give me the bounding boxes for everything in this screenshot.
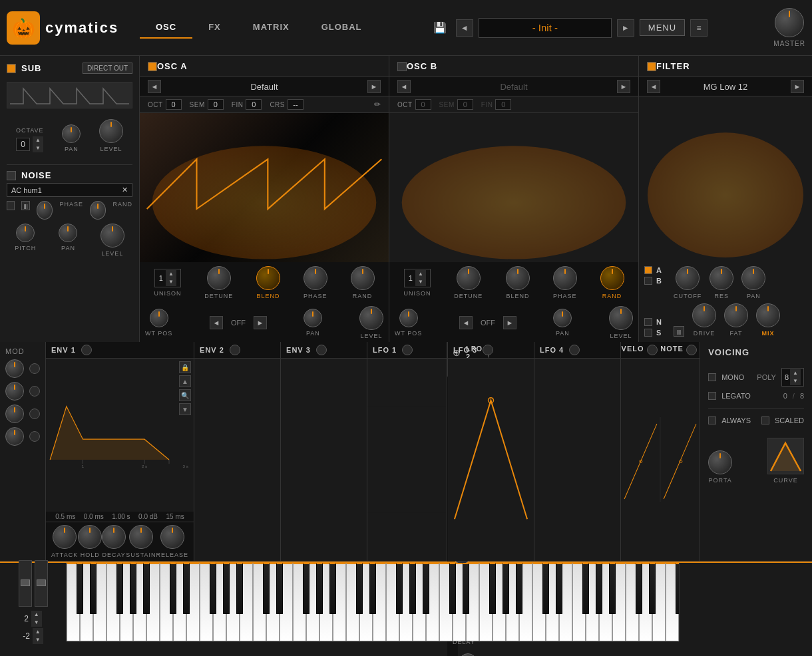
mod-btn-1[interactable] — [29, 363, 40, 374]
env1-mod-btn[interactable] — [81, 345, 92, 355]
mod-btn-3[interactable] — [29, 409, 40, 419]
menu-button[interactable]: MENU — [640, 19, 685, 36]
black-key[interactable] — [596, 563, 602, 614]
lfo1-mod-btn[interactable] — [402, 345, 413, 355]
env1-decay-knob[interactable] — [102, 525, 126, 549]
osc-a-fin-val[interactable]: 0 — [246, 99, 262, 110]
osc-b-level-knob[interactable] — [609, 306, 633, 330]
env1-down-button[interactable]: ▼ — [179, 403, 191, 415]
save-button[interactable]: 💾 — [433, 21, 447, 34]
mod-knob-3[interactable] — [5, 405, 24, 423]
noise-pitch-knob[interactable] — [16, 224, 35, 242]
lfo2-smooth-knob[interactable] — [459, 653, 477, 656]
black-key[interactable] — [582, 563, 589, 614]
filter-route-s-check[interactable] — [644, 329, 652, 337]
preset-options-button[interactable]: ≡ — [690, 19, 708, 37]
preset-name[interactable]: - Init - — [479, 18, 612, 38]
osc-b-blend-knob[interactable] — [506, 266, 530, 290]
black-key[interactable] — [556, 563, 562, 614]
filter-route-a-check[interactable] — [644, 266, 652, 274]
osc-b-unison-down[interactable]: ▼ — [415, 278, 426, 286]
voicing-scaled-check[interactable] — [761, 416, 769, 424]
black-key[interactable] — [489, 563, 496, 614]
black-key[interactable] — [369, 563, 376, 614]
osc-b-preset-prev[interactable]: ◄ — [397, 80, 411, 93]
black-key[interactable] — [223, 563, 230, 614]
black-key[interactable] — [143, 563, 150, 614]
osc-a-pan-knob[interactable] — [304, 309, 322, 327]
osc-b-wt-next[interactable]: ► — [503, 316, 516, 329]
filter-drive-knob[interactable] — [692, 303, 716, 327]
black-key[interactable] — [90, 563, 97, 614]
voicing-always-check[interactable] — [708, 416, 716, 424]
noise-wave-selector[interactable]: AC hum1 ✕ — [7, 183, 132, 197]
mod-wheel-slider[interactable] — [35, 560, 48, 607]
osc-a-sem-val[interactable]: 0 — [208, 99, 224, 110]
osc-a-unison-down[interactable]: ▼ — [166, 278, 176, 286]
black-key[interactable] — [463, 563, 469, 614]
env1-up-button[interactable]: ▲ — [179, 375, 191, 387]
black-key[interactable] — [423, 563, 429, 614]
black-key[interactable] — [676, 563, 679, 614]
voicing-poly-down[interactable]: ▼ — [790, 377, 801, 385]
osc-b-preset-next[interactable]: ► — [617, 80, 630, 93]
sub-octave-down[interactable]: ▼ — [33, 144, 43, 152]
osc-a-blend-knob[interactable] — [256, 266, 280, 290]
lfo4-mod-btn[interactable] — [569, 345, 580, 355]
tab-osc[interactable]: OSC — [140, 17, 192, 39]
env1-sustain-knob[interactable] — [129, 525, 153, 549]
env1-zoom-button[interactable]: 🔍 — [179, 389, 191, 401]
osc-a-level-knob[interactable] — [359, 306, 383, 330]
env3-mod-btn[interactable] — [316, 345, 327, 355]
black-key[interactable] — [503, 563, 509, 614]
black-key[interactable] — [116, 563, 123, 614]
osc-a-edit-button[interactable]: ✏ — [374, 100, 381, 109]
mod-knob-2[interactable] — [5, 382, 24, 401]
osc-a-unison-stepper[interactable]: 1 ▲ ▼ — [154, 269, 181, 287]
black-key[interactable] — [449, 563, 456, 614]
noise-bars-btn[interactable]: ||| — [21, 201, 29, 210]
filter-res-knob[interactable] — [710, 266, 733, 290]
filter-type-prev[interactable]: ◄ — [647, 80, 660, 93]
direct-out-button[interactable]: DIRECT OUT — [83, 63, 132, 74]
voicing-mono-check[interactable] — [708, 373, 716, 381]
filter-pan-knob[interactable] — [741, 266, 765, 290]
voicing-porta-knob[interactable] — [708, 450, 732, 474]
osc-b-rand-knob[interactable] — [600, 266, 624, 290]
note-mod-btn[interactable] — [686, 345, 697, 355]
noise-pan-knob[interactable] — [59, 224, 77, 242]
osc-a-wt-prev[interactable]: ◄ — [210, 316, 223, 329]
black-key[interactable] — [329, 563, 336, 614]
osc-b-wt-pos-knob[interactable] — [399, 309, 418, 327]
osc-b-fin-val[interactable]: 0 — [495, 99, 511, 110]
filter-fat-knob[interactable] — [724, 303, 748, 327]
black-key[interactable] — [316, 563, 323, 614]
black-key[interactable] — [170, 563, 176, 614]
osc-a-preset-prev[interactable]: ◄ — [148, 80, 161, 93]
tab-global[interactable]: GLOBAL — [305, 17, 378, 39]
osc-a-wt-next[interactable]: ► — [254, 316, 267, 329]
pitch-bend-slider[interactable] — [19, 560, 32, 607]
env1-release-knob[interactable] — [160, 525, 184, 549]
osc-a-detune-knob[interactable] — [207, 266, 231, 290]
black-key[interactable] — [396, 563, 403, 614]
black-key[interactable] — [542, 563, 549, 614]
osc-a-led[interactable] — [148, 62, 157, 71]
env1-attack-knob[interactable] — [53, 525, 77, 549]
osc-b-unison-stepper[interactable]: 1 ▲ ▼ — [404, 269, 431, 287]
osc-a-phase-knob[interactable] — [304, 266, 327, 290]
black-key[interactable] — [609, 563, 616, 614]
sub-octave-up[interactable]: ▲ — [33, 136, 43, 144]
black-key[interactable] — [183, 563, 190, 614]
osc-b-sem-val[interactable]: 0 — [457, 99, 473, 110]
black-key[interactable] — [130, 563, 136, 614]
osc-b-led[interactable] — [397, 62, 407, 71]
black-key[interactable] — [210, 563, 216, 614]
osc-b-detune-knob[interactable] — [457, 266, 481, 290]
noise-level-knob[interactable] — [101, 224, 124, 247]
voicing-legato-check[interactable] — [708, 392, 716, 400]
filter-type-next[interactable]: ► — [791, 80, 804, 93]
piano-octave-up[interactable]: ▲ — [31, 611, 42, 619]
piano-octave2-down[interactable]: ▼ — [33, 636, 43, 644]
noise-rand-knob[interactable] — [90, 201, 106, 220]
